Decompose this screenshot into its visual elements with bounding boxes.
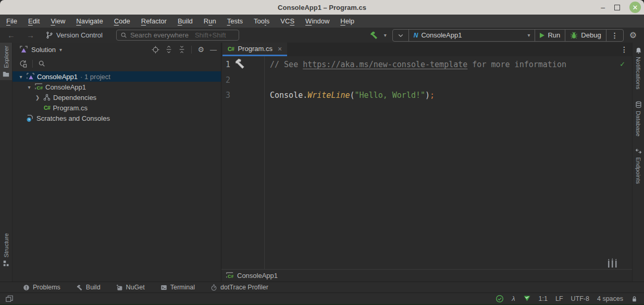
panel-options-gear-icon[interactable]: ⚙ [197,46,204,53]
line-number[interactable]: 2 [226,73,264,88]
debug-button[interactable]: Debug [565,30,606,41]
version-control-widget[interactable]: Version Control [46,31,103,39]
more-run-options-icon[interactable]: ⋮ [606,30,623,41]
indent-style[interactable]: 4 spaces [597,295,623,302]
toolwindow-terminal[interactable]: Terminal [160,284,195,291]
titlebar: ConsoleApp1 – Program.cs – ✕ [0,0,644,15]
menu-tests[interactable]: Tests [227,17,243,25]
inspections-level-icon[interactable] [523,295,531,302]
menu-navigate[interactable]: Navigate [76,17,103,25]
settings-gear-icon[interactable]: ⚙ [629,31,637,40]
sync-open-file-icon[interactable] [19,59,27,68]
tree-item-dependencies[interactable]: ❯ Dependencies [13,92,221,103]
rider-window: ConsoleApp1 – Program.cs – ✕ FileEditVie… [0,0,644,305]
menu-help[interactable]: Help [340,17,354,25]
locate-file-icon[interactable] [152,46,159,54]
hide-panel-icon[interactable]: — [210,46,217,54]
menu-file[interactable]: File [6,17,17,25]
toolwindow-tab-notifications[interactable]: Notifications [633,47,644,90]
code-line[interactable] [270,73,632,88]
caret-position[interactable]: 1:1 [539,295,548,302]
tree-search-icon[interactable] [38,60,45,67]
menu-edit[interactable]: Edit [28,17,40,25]
search-everywhere-box[interactable]: Search everywhere Shift+Shift [116,30,239,41]
tree-item-label: Program.cs [53,104,87,112]
maximize-button[interactable] [614,5,620,10]
toolwindow-nuget[interactable]: NuGet [116,284,145,291]
toolwindow-tab-structure[interactable]: Structure [0,233,12,266]
expand-all-icon[interactable] [165,46,172,53]
forward-icon[interactable]: → [27,31,34,40]
tree-item-solution[interactable]: ▾ ConsoleApp1 · 1 project [13,71,221,82]
editor-body[interactable]: 123 // See https://aka.ms/new-console-te… [221,56,632,269]
lock-icon[interactable] [631,295,638,302]
menu-window[interactable]: Window [305,17,329,25]
inspection-ok-icon[interactable]: ✓ [620,59,625,69]
status-bar: λ 1:1 LF UTF-8 4 spaces [0,293,644,304]
code-line[interactable]: Console.WriteLine("Hello, World!"); [270,88,632,104]
tree-item-program-cs[interactable]: C# Program.cs [13,103,221,113]
solution-view-chevron-icon[interactable]: ▾ [59,47,62,53]
build-hammer-gray-icon [76,284,83,291]
tab-close-icon[interactable]: × [278,45,282,53]
toolwindow-build[interactable]: Build [76,284,101,291]
build-hammer-icon[interactable] [369,31,378,40]
toolwindow-tab-endpoints[interactable]: Endpoints [633,148,644,184]
code-line[interactable]: // See https://aka.ms/new-console-templa… [270,57,632,73]
collapse-all-icon[interactable] [178,46,185,53]
minimize-button[interactable]: – [601,4,605,11]
run-button[interactable]: Run [535,30,565,41]
menu-vcs[interactable]: VCS [280,17,294,25]
problems-label: Problems [33,284,60,291]
toolwindow-tab-explorer[interactable]: Explorer [0,43,12,80]
run-config-selector[interactable]: N ConsoleApp1 ▾ [409,30,536,41]
editor-gutter[interactable]: 123 [221,56,265,269]
build-options-chevron-icon[interactable]: ▾ [384,32,387,38]
breadcrumb-project[interactable]: ConsoleApp1 [237,272,278,279]
chevron-right-icon[interactable]: ❯ [34,95,41,100]
search-placeholder: Search everywhere [130,31,189,39]
toolwindow-problems[interactable]: Problems [23,284,60,291]
inspection-pencils-icon[interactable] [605,258,621,269]
bell-icon [635,47,642,54]
back-icon[interactable]: ← [7,31,15,40]
branch-icon [46,31,53,39]
terminal-icon [160,284,167,291]
run-widget-expand-chevron-icon[interactable] [393,30,409,41]
status-ok-icon[interactable] [496,295,504,303]
file-encoding[interactable]: UTF-8 [571,295,589,302]
run-config-group: N ConsoleApp1 ▾ Run Debug [392,29,624,42]
endpoints-label: Endpoints [635,157,641,184]
toolwindow-bar: Problems Build NuGet Terminal dotTrace [0,282,644,293]
menu-build[interactable]: Build [178,17,193,25]
toolwindow-tab-database[interactable]: Database [633,101,644,136]
chevron-down-icon[interactable]: ▾ [26,84,32,90]
menu-refactor[interactable]: Refactor [141,17,167,25]
tabbar-more-icon[interactable]: ⋮ [621,45,628,54]
tree-item-label: ConsoleApp1 [37,73,78,81]
close-button[interactable]: ✕ [629,2,641,13]
dottrace-label: dotTrace Profiler [220,284,268,291]
left-toolwindow-stripe: Explorer Structure [0,43,13,282]
toolwindow-dottrace[interactable]: dotTrace Profiler [210,284,268,291]
code-analysis-icon[interactable]: λ [512,295,515,302]
tree-item-scratches[interactable]: Scratches and Consoles [13,113,221,123]
solution-view-icon [20,46,28,54]
database-label: Database [635,111,641,136]
run-label: Run [548,31,560,39]
menu-run[interactable]: Run [204,17,216,25]
tree-item-suffix: · 1 project [80,73,110,81]
code-area[interactable]: // See https://aka.ms/new-console-templa… [265,56,632,269]
line-number[interactable]: 3 [226,88,264,104]
line-ending[interactable]: LF [555,295,563,302]
run-config-name: ConsoleApp1 [421,31,462,39]
menu-tools[interactable]: Tools [254,17,269,25]
tab-program-cs[interactable]: C# Program.cs × [222,43,287,56]
tree-item-project[interactable]: ▾ C# ConsoleApp1 [13,82,221,92]
solution-view-title[interactable]: Solution [31,46,56,54]
menu-view[interactable]: View [51,17,65,25]
menu-code[interactable]: Code [114,17,130,25]
toolwindow-toggle-icon[interactable] [5,295,14,303]
stopwatch-icon [210,284,217,291]
chevron-down-icon[interactable]: ▾ [18,74,24,80]
